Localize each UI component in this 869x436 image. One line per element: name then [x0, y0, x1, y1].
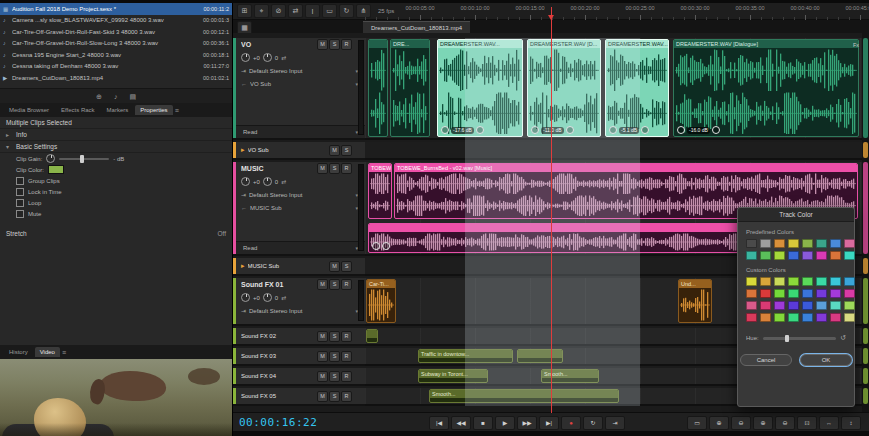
clip-gain-knob[interactable] [46, 154, 55, 163]
mute-button[interactable]: M [317, 391, 328, 402]
audio-clip[interactable] [368, 39, 388, 137]
add-icon[interactable]: ⊕ [96, 93, 102, 101]
zoom-out-full-button[interactable]: ▭ [687, 416, 707, 430]
slider-thumb[interactable] [80, 155, 84, 163]
tab-video[interactable]: Video [35, 347, 60, 357]
color-swatch[interactable] [788, 313, 799, 322]
zoom-in-horizontal-button[interactable]: ⊕ [709, 416, 729, 430]
track-header-music[interactable]: MUSICMSR+00⇄⇥Default Stereo Input▾←MUSIC… [233, 162, 365, 256]
hue-slider-thumb[interactable] [785, 335, 789, 342]
zoom-height-button[interactable]: ↕ [841, 416, 861, 430]
color-swatch[interactable] [760, 289, 771, 298]
color-swatch[interactable] [760, 251, 771, 260]
checkbox-loop[interactable] [16, 199, 24, 207]
solo-button[interactable]: S [341, 145, 352, 156]
automation-mode[interactable]: Read▾ [236, 125, 365, 138]
slip-tool-icon[interactable]: ⇄ [288, 4, 303, 18]
track-scrollbar[interactable] [862, 33, 869, 413]
time-display[interactable]: 00:00:16:22 [239, 416, 317, 429]
checkbox-lock-in-time[interactable] [16, 188, 24, 196]
color-swatch[interactable] [788, 289, 799, 298]
input-selector[interactable]: ⇥Default Stereo Input▾ [233, 304, 365, 317]
file-row[interactable]: ▶Dreamers_CutDown_180813.mp400:01:02:1 [0, 72, 232, 84]
track-header-sound-fx-05[interactable]: Sound FX 05MSR [233, 388, 365, 406]
color-swatch[interactable] [844, 313, 855, 322]
mute-button[interactable]: M [317, 39, 328, 50]
arm-record-button[interactable]: R [341, 331, 352, 342]
color-swatch[interactable] [788, 301, 799, 310]
color-swatch[interactable] [844, 277, 855, 286]
solo-button[interactable]: S [329, 39, 340, 50]
fast-forward-button[interactable]: ▶▶ [517, 416, 537, 430]
skip-selection-button[interactable]: ⇥ [605, 416, 625, 430]
color-swatch[interactable] [816, 289, 827, 298]
pan-knob[interactable] [263, 53, 272, 62]
color-swatch[interactable] [844, 239, 855, 248]
panel-menu-icon[interactable]: ≡ [175, 107, 179, 114]
color-swatch[interactable] [844, 289, 855, 298]
color-swatch[interactable] [816, 251, 827, 260]
arm-record-button[interactable]: R [341, 351, 352, 362]
color-swatch[interactable] [816, 239, 827, 248]
color-swatch[interactable] [802, 277, 813, 286]
clip-fade-handle[interactable] [677, 126, 685, 134]
hue-slider[interactable] [763, 337, 836, 340]
audio-icon[interactable]: ♪ [114, 93, 118, 100]
stop-button[interactable]: ■ [473, 416, 493, 430]
zoom-out-horizontal-button[interactable]: ⊖ [731, 416, 751, 430]
color-swatch[interactable] [816, 313, 827, 322]
move-tool-icon[interactable]: ⌖ [254, 4, 269, 18]
cancel-button[interactable]: Cancel [740, 354, 792, 366]
mute-button[interactable]: M [317, 331, 328, 342]
tab-media-browser[interactable]: Media Browser [4, 105, 54, 115]
arm-record-button[interactable]: R [341, 163, 352, 174]
color-swatch[interactable] [802, 301, 813, 310]
play-button[interactable]: ▶ [495, 416, 515, 430]
zoom-in-vertical-button[interactable]: ⊕ [753, 416, 773, 430]
color-swatch[interactable] [830, 277, 841, 286]
color-swatch[interactable] [746, 251, 757, 260]
color-swatch[interactable] [802, 313, 813, 322]
multitrack-icon[interactable]: ⊞ [237, 4, 252, 18]
color-swatch[interactable] [788, 277, 799, 286]
color-swatch[interactable] [830, 239, 841, 248]
color-swatch[interactable] [788, 239, 799, 248]
razor-tool-icon[interactable]: ⊘ [271, 4, 286, 18]
timeline-ruler[interactable]: 00:00:05:0000:00:10:0000:00:15:0000:00:2… [365, 4, 862, 20]
color-swatch[interactable] [830, 301, 841, 310]
arm-record-button[interactable]: R [341, 279, 352, 290]
pan-knob[interactable] [263, 293, 272, 302]
color-swatch[interactable] [816, 277, 827, 286]
hue-reset-icon[interactable]: ↺ [840, 334, 846, 342]
audio-clip[interactable] [366, 329, 378, 343]
color-swatch[interactable] [774, 313, 785, 322]
mute-button[interactable]: M [329, 145, 340, 156]
arm-record-button[interactable]: R [341, 391, 352, 402]
audio-clip[interactable]: TOBEWE... [368, 163, 392, 219]
volume-knob[interactable] [241, 293, 250, 302]
time-selection-tool-icon[interactable]: I [305, 4, 320, 18]
solo-button[interactable]: S [341, 261, 352, 272]
file-row[interactable]: ♪Cessna 195 Engine Start_2 48000 3.wav00… [0, 49, 232, 61]
color-swatch[interactable] [774, 239, 785, 248]
file-row[interactable]: ♪Car-Tire-Off-Gravel-Dirt-Roll-Fast-Skid… [0, 26, 232, 38]
list-view-icon[interactable]: ▤ [129, 93, 136, 101]
track-header-sound-fx-04[interactable]: Sound FX 04MSR [233, 368, 365, 386]
mute-button[interactable]: M [317, 279, 328, 290]
loop-playback-button[interactable]: ↻ [583, 416, 603, 430]
clip-fade-handle[interactable] [441, 126, 449, 134]
clip-gain-handle[interactable] [712, 126, 720, 134]
go-to-start-button[interactable]: |◀ [429, 416, 449, 430]
playhead[interactable] [551, 7, 552, 413]
tab-effects-rack[interactable]: Effects Rack [56, 105, 100, 115]
dialog-title[interactable]: Track Color [738, 208, 854, 222]
output-selector[interactable]: ←MUSIC Sub▾ [233, 201, 365, 214]
volume-knob[interactable] [241, 177, 250, 186]
playhead-cap[interactable] [548, 15, 554, 20]
checkbox-group-clips[interactable] [16, 177, 24, 185]
color-swatch[interactable] [746, 277, 757, 286]
color-swatch[interactable] [774, 301, 785, 310]
zoom-to-selection-button[interactable]: ⊡ [797, 416, 817, 430]
info-section[interactable]: ▸Info [0, 129, 232, 141]
rewind-button[interactable]: ◀◀ [451, 416, 471, 430]
